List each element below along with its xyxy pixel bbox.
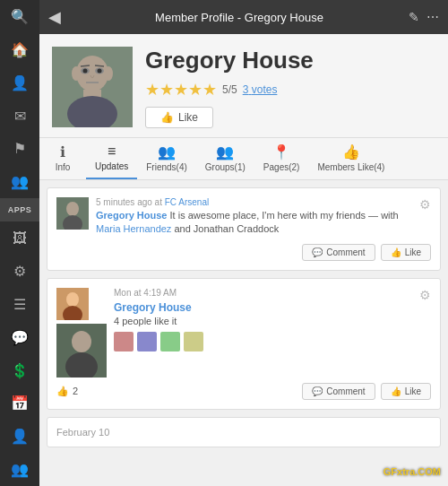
location-link[interactable]: FC Arsenal [165,197,209,207]
memberslike-icon: 👍 [342,143,360,161]
comment-button-2[interactable]: 💬 Comment [302,383,375,400]
sidebar-icon-list[interactable]: ☰ [0,288,39,321]
tagged-1-link[interactable]: Maria Hernandez [96,223,171,234]
feed-author-1: Gregory House [96,210,167,221]
tab-memberslike[interactable]: 👍 Members Like(4) [308,138,393,179]
header: ◀ Member Profile - Gregory House ✎ ⋯ [39,0,448,34]
like-icon-2: 👍 [391,386,401,396]
liker-avatar-2 [137,332,157,351]
sidebar-icon-group[interactable]: 👥 [0,165,39,198]
friends-icon: 👥 [158,143,176,161]
svg-point-17 [66,292,79,307]
liker-avatar-3 [160,332,180,351]
svg-point-20 [72,331,91,352]
feed: 5 minutes ago at FC Arsenal Gregory Hous… [39,180,448,486]
rating-value: 5/5 [222,83,237,96]
like-button-2[interactable]: 👍 Like [381,383,431,400]
tab-groups[interactable]: 👥 Groups(1) [196,138,254,179]
sidebar-icon-person2[interactable]: 👤 [0,420,39,453]
sidebar-icon-user[interactable]: 👤 [0,66,39,100]
updates-icon: ≡ [108,143,116,160]
feed-likes-row [114,332,203,351]
feed-item-1-header: 5 minutes ago at FC Arsenal Gregory Hous… [56,197,431,237]
sidebar-icon-search[interactable]: 🔍 [0,0,39,33]
feed-time-3: February 10 [56,427,109,438]
svg-point-8 [83,69,88,74]
sidebar-icon-dollar[interactable]: 💲 [0,354,39,387]
feed-avatar-2-small [56,288,89,320]
tab-updates[interactable]: ≡ Updates [86,138,137,179]
sidebar-icon-group2[interactable]: 👥 [0,453,39,486]
svg-point-2 [72,66,81,81]
thumbsup-icon-small: 👍 [56,386,69,397]
feed-meta-1: 5 minutes ago at FC Arsenal Gregory Hous… [96,197,412,237]
feed-body-2: 4 people like it [114,316,203,326]
feed-gear-icon-2[interactable]: ⚙ [419,288,431,302]
feed-item-2: Mon at 4:19 AM Gregory House 4 people li… [47,278,441,410]
profile-name: Gregory House [145,47,435,74]
liker-avatar-1 [114,332,134,351]
tab-friends[interactable]: 👥 Friends(4) [137,138,196,179]
feed-text-1: Gregory House It is awesome place, I'm h… [96,209,412,237]
pages-icon: 📍 [272,143,290,161]
likes-count: 👍 2 [56,386,78,397]
sidebar-icon-gear[interactable]: ⚙ [0,255,39,288]
svg-point-1 [76,56,108,91]
main-content: ◀ Member Profile - Gregory House ✎ ⋯ [39,0,448,486]
header-icons: ✎ ⋯ [409,10,439,24]
tab-info[interactable]: ℹ Info [39,138,86,179]
feed-item-2-right: Mon at 4:19 AM Gregory House 4 people li… [114,288,203,378]
sidebar-apps-label: APPS [0,198,39,221]
feed-actions-1: 💬 Comment 👍 Like [56,244,431,261]
svg-point-14 [66,202,79,216]
feed-gear-icon-1[interactable]: ⚙ [419,197,431,212]
sidebar-icon-image[interactable]: 🖼 [0,221,39,255]
header-title: Member Profile - Gregory House [70,11,409,24]
feed-time-1: 5 minutes ago at FC Arsenal [96,197,412,207]
feed-avatar-2-large [56,324,107,378]
edit-icon[interactable]: ✎ [409,10,419,24]
feed-author-2[interactable]: Gregory House [114,301,203,314]
back-button[interactable]: ◀ [48,7,61,27]
sidebar-icon-home[interactable]: 🏠 [0,33,39,66]
likes-number: 2 [73,386,78,396]
feed-item-2-content: Mon at 4:19 AM Gregory House 4 people li… [56,288,203,378]
feed-time-2: Mon at 4:19 AM [114,288,203,298]
rating-row: ★★★★★ 5/5 3 votes [145,80,435,100]
tabs-row: ℹ Info ≡ Updates 👥 Friends(4) 👥 Groups(1… [39,137,448,180]
info-icon: ℹ [60,143,65,161]
sidebar: 🔍 🏠 👤 ✉ ⚑ 👥 APPS 🖼 ⚙ ☰ 💬 💲 📅 👤 👥 [0,0,39,486]
svg-point-3 [104,66,113,81]
like-icon-1: 👍 [391,247,401,257]
profile-info: Gregory House ★★★★★ 5/5 3 votes 👍 Like [145,47,435,128]
like-button[interactable]: 👍 Like [145,107,213,128]
comment-button-1[interactable]: 💬 Comment [302,244,375,261]
profile-photo [52,47,133,127]
feed-bottom-row: 👍 2 💬 Comment 👍 Like [56,383,431,400]
feed-avatar-1 [56,197,89,230]
sidebar-icon-calendar[interactable]: 📅 [0,386,39,420]
thumbs-up-icon: 👍 [160,111,174,124]
profile-avatar-svg [52,47,133,127]
more-icon[interactable]: ⋯ [426,10,439,24]
like-button-1[interactable]: 👍 Like [381,244,431,261]
tab-pages[interactable]: 📍 Pages(2) [254,138,309,179]
comment-icon-2: 💬 [312,386,323,396]
sidebar-icon-mail[interactable]: ✉ [0,100,39,133]
groups-icon: 👥 [216,143,234,161]
liker-avatar-4 [184,332,203,351]
feed-item-1: 5 minutes ago at FC Arsenal Gregory Hous… [47,187,441,271]
svg-line-11 [95,65,104,66]
feed-item-3: February 10 [47,417,441,447]
sidebar-icon-flag[interactable]: ⚑ [0,133,39,166]
svg-point-9 [98,69,102,74]
stars: ★★★★★ [145,80,217,100]
svg-line-10 [81,65,90,66]
profile-section: Gregory House ★★★★★ 5/5 3 votes 👍 Like [39,34,448,137]
comment-icon-1: 💬 [312,247,323,257]
votes-link[interactable]: 3 votes [243,83,278,96]
sidebar-icon-chat[interactable]: 💬 [0,321,39,354]
